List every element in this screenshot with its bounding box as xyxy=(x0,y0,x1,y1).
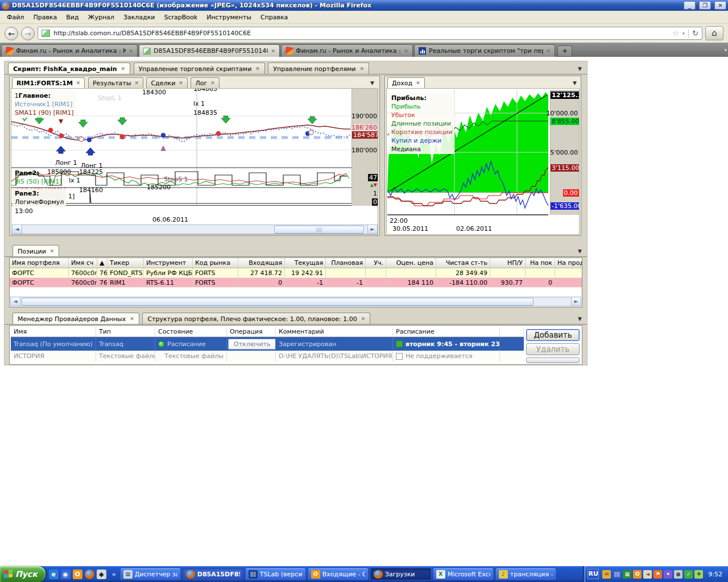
chart-scrollbar[interactable]: ◄ |||| ► xyxy=(12,225,378,234)
positions-column-header[interactable]: На пок xyxy=(526,258,555,268)
chart-tabs-overflow-icon[interactable]: ▼ xyxy=(370,80,374,86)
menu-tools[interactable]: Инструменты xyxy=(202,12,256,23)
tab-close-icon[interactable]: ✕ xyxy=(130,316,134,322)
status-tray-icon[interactable]: ● xyxy=(674,570,682,579)
menu-view[interactable]: Вид xyxy=(61,12,83,23)
taskbar-button-excel[interactable]: XMicrosoft Excel... xyxy=(433,568,494,580)
positions-column-header[interactable]: Уч. xyxy=(366,258,386,268)
tab-close-icon[interactable]: ✕ xyxy=(416,80,420,86)
forward-button[interactable]: → xyxy=(21,27,35,40)
tab-close-icon[interactable]: ✕ xyxy=(134,80,139,86)
tab-positions[interactable]: Позиции✕ xyxy=(13,245,59,257)
checkbox-unchecked-icon[interactable] xyxy=(396,353,403,360)
tab-close-icon[interactable]: ✕ xyxy=(404,48,408,54)
positions-column-header[interactable]: ▲ xyxy=(97,258,107,268)
positions-column-header[interactable]: На прод xyxy=(555,258,582,268)
providers-overflow-icon[interactable]: ▼ xyxy=(578,316,582,322)
positions-column-header[interactable]: Тикер xyxy=(107,258,144,268)
menu-help[interactable]: Справка xyxy=(256,12,292,23)
tab-portfolio-structure[interactable]: Структура портфеля, Плечо фактическое: 1… xyxy=(142,313,370,325)
browser-tab-image-active[interactable]: D85A15DF8546EBBF4B9F0F5510140C6E... ✕ xyxy=(139,44,280,57)
tab-close-icon[interactable]: ✕ xyxy=(210,80,215,86)
tab-rim1-forts[interactable]: RIM1:FORTS:1M✕ xyxy=(12,77,85,88)
internet-explorer-icon[interactable]: e xyxy=(49,569,59,579)
provider-row-transaq[interactable]: Transaq (По умолчанию) Transaq Расписани… xyxy=(11,337,524,351)
menu-history[interactable]: Журнал xyxy=(84,12,119,23)
positions-column-header[interactable]: Имя портфеля xyxy=(10,258,69,268)
download-manager-tray-icon[interactable]: ⚑ xyxy=(653,570,662,579)
restore-button[interactable]: ❐ xyxy=(699,1,711,10)
taskbar-button-outlook-inbox[interactable]: OВходящие - О... xyxy=(308,568,369,580)
column-header-operation[interactable]: Операция xyxy=(227,327,276,336)
browser-tab-finam-1[interactable]: Финам.ru - Рынок и Аналитика : Курс а...… xyxy=(1,44,138,57)
positions-column-header[interactable]: Входящая xyxy=(238,258,285,268)
tab-close-icon[interactable]: ✕ xyxy=(129,48,133,54)
reload-icon[interactable]: ↻ xyxy=(688,29,698,38)
tab-results[interactable]: Результаты✕ xyxy=(88,77,143,88)
cropped-button[interactable] xyxy=(526,357,580,363)
updates-tray-icon[interactable]: ❖ xyxy=(694,570,703,579)
taskbar-button-task-manager[interactable]: ▤Диспетчер за... xyxy=(120,568,181,580)
tab-script-management[interactable]: Управление торговлей скриптами✕ xyxy=(134,63,265,74)
positions-row-fond-rts[interactable]: ФОРТС7600с0п76(FOND_RTSРубли РФ КЦБFORTS… xyxy=(10,268,582,278)
income-chart-body[interactable]: Прибыль: Прибыль Убыток Длинные позиции … xyxy=(386,88,580,235)
disconnect-button[interactable]: Отключить xyxy=(228,339,276,350)
column-header-comment[interactable]: Комментарий xyxy=(276,327,393,336)
scroll-right-icon[interactable]: ► xyxy=(367,225,377,234)
messenger-tray-icon[interactable]: ✦ xyxy=(664,570,672,579)
scroll-thumb[interactable] xyxy=(22,298,533,306)
close-button[interactable]: ✕ xyxy=(714,1,726,10)
positions-column-header[interactable]: Текущая xyxy=(285,258,326,268)
menu-bookmarks[interactable]: Закладки xyxy=(119,12,160,23)
menu-edit[interactable]: Правка xyxy=(28,12,61,23)
tab-script-fishka[interactable]: Скрипт: FishKa_квадро_main✕ xyxy=(8,63,130,74)
tab-portfolio-management[interactable]: Управление портфелями✕ xyxy=(268,63,369,74)
window-titlebar[interactable]: D85A15DF8546EBBF4B9F0F5510140C6E (изобра… xyxy=(0,0,728,11)
positions-column-header[interactable]: Имя сч xyxy=(69,258,97,268)
tab-close-icon[interactable]: ✕ xyxy=(546,48,551,54)
browser-tab-finam-2[interactable]: Финам.ru - Рынок и Аналитика : Истор... … xyxy=(281,44,413,57)
tab-log[interactable]: Лог✕ xyxy=(191,77,219,88)
provider-row-history[interactable]: ИСТОРИЯ Текстовые файлы Текстовые файлы … xyxy=(11,351,524,361)
grid-tray-icon[interactable]: ▦ xyxy=(623,570,631,579)
browser-tab-trading[interactable]: Реальные торги скриптом "три период... ✕ xyxy=(414,44,555,57)
taskbar-button-downloads[interactable]: Загрузки xyxy=(370,568,431,580)
add-button[interactable]: Добавить xyxy=(526,329,580,341)
volume-tray-icon[interactable]: ◄ xyxy=(643,570,652,579)
price-chart-body[interactable]: 1Главное: Источник1 [RIM1] SMA11 (90) [R… xyxy=(11,88,378,235)
column-header-schedule[interactable]: Расписание xyxy=(393,327,500,336)
tab-close-icon[interactable]: ✕ xyxy=(255,66,260,72)
mail-tray-icon[interactable]: ✉ xyxy=(602,570,611,579)
scroll-left-icon[interactable]: ◄ xyxy=(11,297,20,306)
tab-trades[interactable]: Сделки✕ xyxy=(146,77,187,88)
language-indicator[interactable]: RU xyxy=(588,569,599,579)
delete-button[interactable]: Удалить xyxy=(526,343,580,355)
positions-column-header[interactable]: НП/У xyxy=(490,258,526,268)
column-header-type[interactable]: Тип xyxy=(96,327,155,336)
taskbar-button-tslab[interactable]: |||TSLab (версия... xyxy=(245,568,306,580)
taskbar-button-winamp[interactable]: ♪трансляция - ... xyxy=(495,568,556,580)
positions-overflow-icon[interactable]: ▼ xyxy=(578,248,582,254)
new-tab-button[interactable]: + xyxy=(557,45,572,57)
scroll-right-icon[interactable]: ► xyxy=(571,297,581,306)
start-button[interactable]: Пуск xyxy=(0,566,46,582)
tab-data-providers[interactable]: Менеджер Провайдеров Данных✕ xyxy=(13,313,139,325)
taskbar-button-firefox-image[interactable]: D85A15DF85... xyxy=(183,568,243,580)
positions-scrollbar[interactable]: ◄ ► xyxy=(10,297,581,306)
column-header-state[interactable]: Состояние xyxy=(155,327,227,336)
toolbar-chevron-icon[interactable]: » xyxy=(110,571,118,578)
income-tabs-overflow-icon[interactable]: ▼ xyxy=(573,80,577,86)
tab-close-icon[interactable]: ✕ xyxy=(121,66,126,72)
menu-file[interactable]: Файл xyxy=(2,12,28,23)
outlook-tray-icon[interactable]: O xyxy=(633,570,642,579)
minimize-button[interactable]: _ xyxy=(684,1,696,10)
positions-column-header[interactable]: Оцен. цена xyxy=(386,258,436,268)
tab-close-icon[interactable]: ✕ xyxy=(76,80,81,86)
tab-list-dropdown-icon[interactable]: ▾ xyxy=(724,47,727,53)
agent-tray-icon[interactable]: ✓ xyxy=(684,570,693,579)
tab-close-icon[interactable]: ✕ xyxy=(271,48,275,54)
tab-close-icon[interactable]: ✕ xyxy=(359,66,364,72)
bookmark-star-icon[interactable]: ☆ xyxy=(672,29,679,38)
positions-column-header[interactable]: Инструмент xyxy=(144,258,193,268)
outlook-icon[interactable]: O xyxy=(73,569,82,579)
